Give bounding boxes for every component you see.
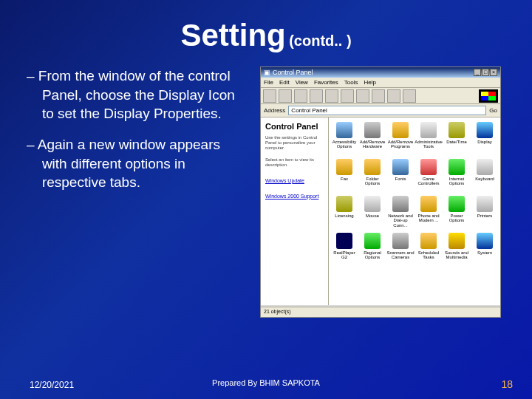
menu-item[interactable]: Edit (279, 79, 290, 86)
cp-icon-label: Fonts (395, 177, 406, 181)
search-button[interactable] (310, 89, 323, 103)
cp-icon-glyph (336, 233, 352, 249)
cp-icon[interactable]: Internet Options (443, 157, 471, 193)
side-link[interactable]: Windows 2000 Support (265, 194, 324, 199)
title-main: Setting (180, 18, 285, 52)
cp-icon[interactable]: Power Options (443, 194, 471, 230)
cp-icon-label: Internet Options (443, 177, 471, 186)
cp-icon-glyph (364, 233, 381, 249)
cp-icon[interactable]: Scanners and Cameras (386, 231, 415, 267)
title-sub: (contd.. ) (289, 33, 351, 49)
side-link[interactable]: Windows Update (265, 178, 324, 183)
cp-icon[interactable]: Keyboard (471, 157, 499, 193)
menu-item[interactable]: Tools (344, 79, 358, 86)
history-button[interactable] (341, 89, 354, 103)
menu-item[interactable]: Help (364, 79, 375, 86)
cp-icon-label: Printers (477, 214, 493, 218)
icon-grid: Accessibility OptionsAdd/Remove Hardware… (329, 117, 500, 305)
cp-icon-label: Add/Remove Hardware (358, 140, 386, 149)
cp-icon[interactable]: Regional Options (358, 231, 386, 267)
cp-icon-label: Phone and Modem ... (415, 214, 443, 223)
cp-icon-glyph (392, 122, 409, 138)
tool-button[interactable] (372, 89, 385, 103)
address-bar: Address Control Panel Go (261, 104, 500, 117)
slide-title: Setting (contd.. ) (0, 0, 532, 61)
cp-icon-glyph (392, 233, 409, 249)
cp-icon-label: Accessibility Options (330, 140, 358, 149)
cp-icon-glyph (420, 196, 437, 212)
cp-icon[interactable]: Licensing (330, 194, 358, 230)
window-titlebar: ▣ Control Panel _ □ × (261, 67, 500, 78)
cp-icon[interactable]: Administrative Tools (415, 120, 443, 156)
window-title: Control Panel (273, 69, 313, 76)
toolbar (261, 88, 500, 104)
cp-icon[interactable]: Accessibility Options (330, 120, 358, 156)
back-button[interactable] (263, 89, 276, 103)
cp-icon[interactable]: Game Controllers (415, 157, 443, 193)
cp-icon-glyph (364, 159, 381, 175)
cp-icon-label: Licensing (335, 214, 353, 218)
cp-icon[interactable]: Fax (330, 157, 358, 193)
cp-icon-label: Game Controllers (415, 177, 443, 186)
cp-icon-glyph (477, 159, 493, 175)
cp-icon-label: Date/Time (446, 140, 466, 144)
cp-icon-glyph (449, 122, 465, 138)
tool-button[interactable] (356, 89, 369, 103)
cp-icon[interactable]: Fonts (386, 157, 415, 193)
cp-icon-label: System (477, 250, 492, 255)
cp-icon[interactable]: Scheduled Tasks (415, 231, 443, 267)
cp-icon[interactable]: Add/Remove Hardware (358, 120, 386, 156)
cp-icon[interactable]: RealPlayer G2 (330, 231, 358, 267)
cp-icon-glyph (449, 233, 465, 249)
cp-icon[interactable]: Sounds and Multimedia (443, 231, 471, 267)
side-caption: Select an item to view its description. (265, 157, 324, 168)
menu-item[interactable]: Favorites (314, 79, 338, 86)
cp-icon-glyph (336, 159, 352, 175)
minimize-button[interactable]: _ (474, 69, 481, 76)
cp-icon-glyph (449, 159, 465, 175)
forward-button[interactable] (279, 89, 292, 103)
close-button[interactable]: × (490, 69, 497, 76)
go-button[interactable]: Go (489, 107, 497, 114)
control-panel-window: ▣ Control Panel _ □ × File Edit View Fav… (260, 66, 501, 318)
cp-icon[interactable]: Printers (471, 194, 499, 230)
cp-icon[interactable]: Network and Dial-up Conn... (386, 194, 415, 230)
cp-icon-label: Add/Remove Programs (386, 140, 415, 149)
status-text: 21 object(s) (264, 309, 291, 316)
bullet-item: From the window of the control Panel, ch… (27, 66, 248, 123)
cp-icon-glyph (477, 122, 493, 138)
footer-author: Prepared By BHIM SAPKOTA (212, 378, 320, 387)
cp-icon-label: Mouse (366, 214, 379, 218)
status-bar: 21 object(s) (261, 307, 500, 317)
views-button[interactable] (403, 89, 416, 103)
cp-icon-glyph (336, 196, 352, 212)
cp-icon[interactable]: Mouse (358, 194, 386, 230)
slide-footer: 12/20/2021 Prepared By BHIM SAPKOTA 18 (0, 378, 532, 390)
cp-icon-label: Display (477, 140, 492, 144)
maximize-button[interactable]: □ (482, 69, 489, 76)
cp-icon-label: Scanners and Cameras (386, 250, 415, 260)
address-field[interactable]: Control Panel (288, 106, 486, 115)
menu-item[interactable]: File (264, 79, 273, 86)
up-button[interactable] (294, 89, 307, 103)
cp-icon-label: Power Options (443, 214, 471, 223)
cp-icon-glyph (336, 122, 352, 138)
tool-button[interactable] (387, 89, 400, 103)
footer-date: 12/20/2021 (30, 380, 74, 390)
cp-icon[interactable]: Display (471, 120, 499, 156)
cp-icon[interactable]: System (471, 231, 499, 267)
cp-icon[interactable]: Add/Remove Programs (386, 120, 415, 156)
menu-item[interactable]: View (296, 79, 308, 86)
side-heading: Control Panel (265, 122, 324, 131)
cp-icon[interactable]: Folder Options (358, 157, 386, 193)
cp-icon-label: Scheduled Tasks (415, 250, 443, 260)
cp-icon[interactable]: Phone and Modem ... (415, 194, 443, 230)
folders-button[interactable] (325, 89, 338, 103)
cp-icon[interactable]: Date/Time (443, 120, 471, 156)
cp-icon-glyph (420, 233, 437, 249)
side-panel: Control Panel Use the settings in Contro… (261, 117, 329, 305)
cp-icon-glyph (364, 196, 381, 212)
cp-icon-glyph (449, 196, 465, 212)
cp-icon-glyph (420, 122, 437, 138)
cp-icon-label: RealPlayer G2 (330, 250, 358, 260)
